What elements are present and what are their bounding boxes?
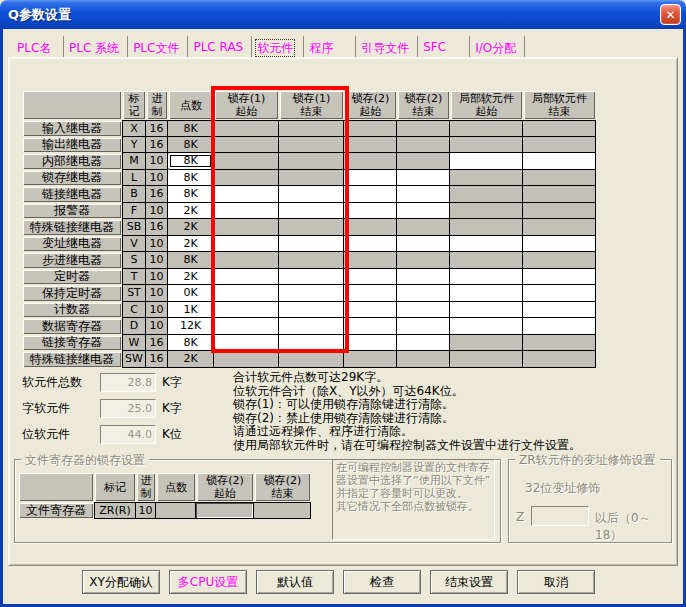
L-mark-cell: L <box>122 170 146 187</box>
summary-label: 软元件总数 <box>22 374 94 391</box>
SW-latch1-end-cell <box>279 351 344 368</box>
button-row: XY分配确认多CPU设置默认值检查结束设置取消 <box>82 570 595 594</box>
V-latch1-start-cell[interactable] <box>214 236 279 253</box>
button-取消[interactable]: 取消 <box>517 570 595 594</box>
S-base-cell: 10 <box>146 252 168 269</box>
L-points-cell[interactable]: 8K <box>168 170 214 187</box>
z-label: Z <box>516 510 524 524</box>
fr-col-header: 点数 <box>157 473 195 501</box>
summary-unit: K字 <box>162 400 182 417</box>
C-latch2-end-cell[interactable] <box>397 302 450 319</box>
T-latch2-end-cell[interactable] <box>397 269 450 286</box>
tab-label: SFC <box>423 40 446 54</box>
row-label-F: 报警器 <box>23 204 121 219</box>
button-检查[interactable]: 检查 <box>343 570 421 594</box>
button-多CPU设置[interactable]: 多CPU设置 <box>169 570 247 594</box>
tab-SFC[interactable]: SFC <box>418 36 470 58</box>
W-latch2-start-cell[interactable] <box>344 335 397 352</box>
tab-label: PLC名 <box>17 41 51 55</box>
SB-latch1-start-cell <box>214 219 279 236</box>
M-latch1-start-cell <box>214 153 279 170</box>
summary-value-field: 25.0 <box>100 399 156 418</box>
W-points-cell[interactable]: 8K <box>168 335 214 352</box>
D-points-cell[interactable]: 12K <box>168 318 214 335</box>
M-local-start-cell[interactable] <box>450 153 523 170</box>
tab-程序[interactable]: 程序 <box>304 36 356 58</box>
tab-PLC RAS[interactable]: PLC RAS <box>188 36 252 58</box>
M-local-end-cell[interactable] <box>523 153 596 170</box>
X-latch2-start-cell <box>344 120 397 137</box>
C-latch1-end-cell[interactable] <box>279 302 344 319</box>
ST-latch1-start-cell[interactable] <box>214 285 279 302</box>
col-header: 局部软元件 结束 <box>524 91 595 119</box>
V-points-cell[interactable]: 2K <box>168 236 214 253</box>
button-结束设置[interactable]: 结束设置 <box>430 570 508 594</box>
D-latch1-start-cell[interactable] <box>214 318 279 335</box>
B-points-cell[interactable]: 8K <box>168 186 214 203</box>
SW-local-end-cell <box>523 351 596 368</box>
V-latch2-end-cell[interactable] <box>397 236 450 253</box>
D-latch2-start-cell[interactable] <box>344 318 397 335</box>
T-local-start-cell[interactable] <box>450 269 523 286</box>
B-latch1-end-cell[interactable] <box>279 186 344 203</box>
F-latch2-start-cell[interactable] <box>344 203 397 220</box>
V-latch1-end-cell[interactable] <box>279 236 344 253</box>
tab-软元件[interactable]: 软元件 <box>252 36 304 58</box>
C-local-end-cell[interactable] <box>523 302 596 319</box>
SW-points-cell: 2K <box>168 351 214 368</box>
C-latch1-start-cell[interactable] <box>214 302 279 319</box>
W-latch1-start-cell[interactable] <box>214 335 279 352</box>
L-latch2-end-cell[interactable] <box>397 170 450 187</box>
button-XY分配确认[interactable]: XY分配确认 <box>82 570 160 594</box>
tab-引导文件[interactable]: 引导文件 <box>356 36 418 58</box>
M-latch2-end-cell <box>397 153 450 170</box>
V-local-start-cell[interactable] <box>450 236 523 253</box>
F-latch1-start-cell[interactable] <box>214 203 279 220</box>
D-base-cell: 10 <box>146 318 168 335</box>
L-latch2-start-cell[interactable] <box>344 170 397 187</box>
T-latch1-start-cell[interactable] <box>214 269 279 286</box>
B-latch2-start-cell[interactable] <box>344 186 397 203</box>
B-latch1-start-cell[interactable] <box>214 186 279 203</box>
tab-PLC 系统[interactable]: PLC 系统 <box>64 36 128 58</box>
F-latch1-end-cell[interactable] <box>279 203 344 220</box>
SW-base-cell: 16 <box>146 351 168 368</box>
T-latch1-end-cell[interactable] <box>279 269 344 286</box>
close-button[interactable]: ✕ <box>660 4 681 25</box>
W-local-start-cell <box>450 335 523 352</box>
ST-latch1-end-cell[interactable] <box>279 285 344 302</box>
D-local-end-cell[interactable] <box>523 318 596 335</box>
F-points-cell[interactable]: 2K <box>168 203 214 220</box>
C-latch2-start-cell[interactable] <box>344 302 397 319</box>
F-local-end-cell <box>523 203 596 220</box>
V-latch2-start-cell[interactable] <box>344 236 397 253</box>
C-local-start-cell[interactable] <box>450 302 523 319</box>
tab-I/O分配[interactable]: I/O分配 <box>470 36 525 58</box>
C-points-cell[interactable]: 1K <box>168 302 214 319</box>
note-line: 位软元件合计（除X、Y以外）可达64K位。 <box>233 385 669 399</box>
L-local-end-cell <box>523 170 596 187</box>
T-local-end-cell[interactable] <box>523 269 596 286</box>
V-local-end-cell[interactable] <box>523 236 596 253</box>
D-local-start-cell[interactable] <box>450 318 523 335</box>
ST-local-end-cell[interactable] <box>523 285 596 302</box>
D-latch2-end-cell[interactable] <box>397 318 450 335</box>
B-latch2-end-cell[interactable] <box>397 186 450 203</box>
S-local-start-cell <box>450 252 523 269</box>
F-latch2-end-cell[interactable] <box>397 203 450 220</box>
ST-local-start-cell[interactable] <box>450 285 523 302</box>
tab-PLC文件[interactable]: PLC文件 <box>128 36 188 58</box>
ST-latch2-end-cell[interactable] <box>397 285 450 302</box>
D-latch1-end-cell[interactable] <box>279 318 344 335</box>
W-latch2-end-cell[interactable] <box>397 335 450 352</box>
W-latch1-end-cell[interactable] <box>279 335 344 352</box>
T-points-cell[interactable]: 2K <box>168 269 214 286</box>
X-mark-cell: X <box>122 120 146 137</box>
ST-latch2-start-cell[interactable] <box>344 285 397 302</box>
tab-PLC名[interactable]: PLC名 <box>12 36 64 58</box>
S-local-end-cell <box>523 252 596 269</box>
ST-points-cell[interactable]: 0K <box>168 285 214 302</box>
button-默认值[interactable]: 默认值 <box>256 570 334 594</box>
M-points-cell[interactable]: 8K <box>168 153 214 170</box>
T-latch2-start-cell[interactable] <box>344 269 397 286</box>
